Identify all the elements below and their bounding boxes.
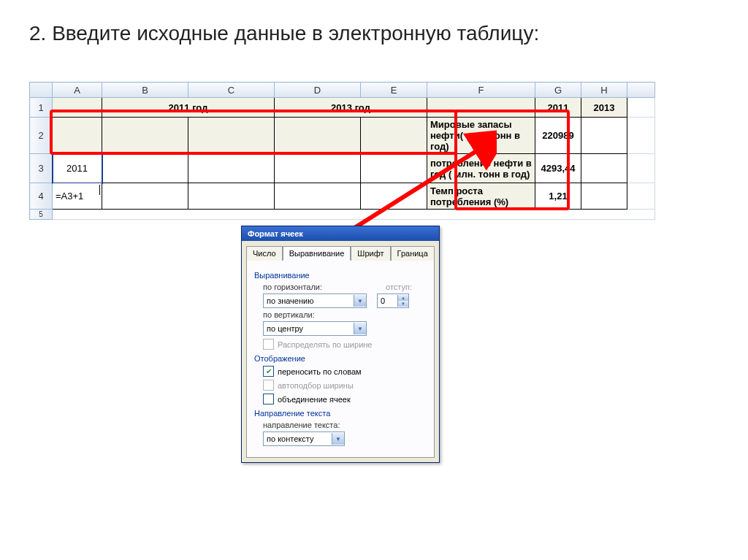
cell-B1-C1[interactable]: 2011 год: [102, 98, 275, 118]
col-header-G[interactable]: G: [535, 83, 581, 98]
cell-A3[interactable]: 2011: [53, 154, 102, 183]
dialog-tabs: Число Выравнивание Шрифт Граница: [242, 241, 439, 260]
row-5-cells[interactable]: [53, 210, 655, 220]
col-header-F[interactable]: F: [427, 83, 535, 98]
tab-font[interactable]: Шрифт: [351, 246, 390, 261]
combo-horizontal[interactable]: по значению ▼: [263, 294, 367, 308]
chevron-down-icon[interactable]: ▼: [354, 295, 366, 307]
checkbox-merge-label: объединение ячеек: [278, 395, 351, 404]
cell-B3[interactable]: [102, 154, 188, 183]
checkbox-icon: [263, 380, 274, 391]
combo-direction-value: по контексту: [264, 434, 332, 443]
group-display: Отображение: [254, 354, 427, 363]
cell-F3[interactable]: потребление нефти в год ( млн. тонн в го…: [427, 154, 535, 183]
row-header-1[interactable]: 1: [30, 98, 53, 118]
col-header-H[interactable]: H: [581, 83, 627, 98]
cell-F2[interactable]: Мировые запасы нефти( млн. тонн в год): [427, 118, 535, 154]
cell-C2[interactable]: [188, 118, 275, 154]
combo-vertical[interactable]: по центру ▼: [263, 321, 367, 336]
checkbox-icon: [263, 339, 274, 350]
page-title: 2. Введите исходные данные в электронную…: [29, 22, 719, 45]
cell-G3[interactable]: 4293,44: [535, 154, 581, 183]
checkbox-autofit: автоподбор ширины: [263, 380, 427, 391]
tab-border[interactable]: Граница: [391, 246, 435, 261]
cell-E4[interactable]: [361, 183, 427, 210]
cell-I4[interactable]: [627, 183, 655, 210]
chevron-down-icon[interactable]: ▼: [354, 323, 366, 334]
cell-I2[interactable]: [627, 118, 655, 154]
col-header-E[interactable]: E: [361, 83, 427, 98]
cell-A4-text: =A3+1: [56, 191, 83, 202]
row-header-4[interactable]: 4: [30, 183, 53, 210]
checkbox-autofit-label: автоподбор ширины: [278, 381, 354, 390]
col-header-extra[interactable]: [627, 83, 655, 98]
group-alignment: Выравнивание: [254, 271, 427, 280]
checkbox-wrap[interactable]: ✔ переносить по словам: [263, 366, 427, 377]
spin-indent[interactable]: 0 ▲ ▼: [377, 294, 409, 308]
cell-H3[interactable]: [581, 154, 627, 183]
row-header-3[interactable]: 3: [30, 154, 53, 183]
cell-F1[interactable]: [427, 98, 535, 118]
label-direction: направление текста:: [263, 421, 427, 429]
group-direction: Направление текста: [254, 409, 427, 418]
select-all-corner[interactable]: [30, 83, 53, 98]
chevron-down-icon[interactable]: ▼: [332, 433, 344, 445]
tab-body: Выравнивание по горизонтали: по значению…: [246, 260, 435, 458]
checkbox-distribute-label: Распределять по ширине: [278, 340, 372, 349]
spreadsheet[interactable]: A B C D E F G H 1 2011 год 2013 год 2011…: [29, 82, 655, 220]
cell-F4[interactable]: Темп роста потребления (%): [427, 183, 535, 210]
label-horizontal: по горизонтали:: [263, 283, 367, 291]
tab-number[interactable]: Число: [246, 246, 283, 261]
row-header-5[interactable]: 5: [30, 210, 53, 220]
cell-E2[interactable]: [361, 118, 427, 154]
cell-D1-E1[interactable]: 2013 год: [275, 98, 427, 118]
cell-H1[interactable]: 2013: [581, 98, 627, 118]
cell-G2[interactable]: 220989: [535, 118, 581, 154]
dialog-title: Формат ячеек: [242, 226, 439, 241]
checkbox-icon: [263, 394, 274, 404]
col-header-D[interactable]: D: [275, 83, 361, 98]
combo-direction[interactable]: по контексту ▼: [263, 431, 345, 446]
checkbox-distribute: Распределять по ширине: [263, 339, 427, 350]
checkbox-wrap-label: переносить по словам: [278, 367, 362, 376]
spreadsheet-area: A B C D E F G H 1 2011 год 2013 год 2011…: [29, 82, 719, 220]
combo-vertical-value: по центру: [264, 324, 354, 333]
col-header-C[interactable]: C: [188, 83, 275, 98]
cell-B2[interactable]: [102, 118, 188, 154]
cell-D4[interactable]: [275, 183, 361, 210]
cell-D3[interactable]: [275, 154, 361, 183]
checkbox-icon: ✔: [263, 366, 274, 377]
col-header-A[interactable]: A: [53, 83, 102, 98]
checkbox-merge[interactable]: объединение ячеек: [263, 394, 427, 404]
spin-indent-value: 0: [378, 296, 397, 305]
cell-A2[interactable]: [53, 118, 102, 154]
cell-H4[interactable]: [581, 183, 627, 210]
cell-G4[interactable]: 1,21: [535, 183, 581, 210]
cell-C4[interactable]: [188, 183, 275, 210]
cell-A1[interactable]: [53, 98, 102, 118]
cell-I1[interactable]: [627, 98, 655, 118]
cell-H2[interactable]: [581, 118, 627, 154]
combo-horizontal-value: по значению: [264, 296, 354, 305]
cell-B4[interactable]: [102, 183, 188, 210]
col-header-B[interactable]: B: [102, 83, 188, 98]
spin-down-icon[interactable]: ▼: [397, 301, 408, 307]
cell-G1[interactable]: 2011: [535, 98, 581, 118]
cell-A4[interactable]: =A3+1: [53, 183, 102, 210]
cell-I3[interactable]: [627, 154, 655, 183]
cell-E3[interactable]: [361, 154, 427, 183]
row-header-2[interactable]: 2: [30, 118, 53, 154]
format-cells-dialog[interactable]: Формат ячеек Число Выравнивание Шрифт Гр…: [241, 226, 440, 463]
tab-alignment[interactable]: Выравнивание: [283, 246, 351, 261]
cell-C3[interactable]: [188, 154, 275, 183]
label-vertical: по вертикали:: [263, 310, 427, 319]
label-indent: отступ:: [386, 283, 412, 291]
spin-up-icon[interactable]: ▲: [397, 295, 408, 301]
cell-D2[interactable]: [275, 118, 361, 154]
